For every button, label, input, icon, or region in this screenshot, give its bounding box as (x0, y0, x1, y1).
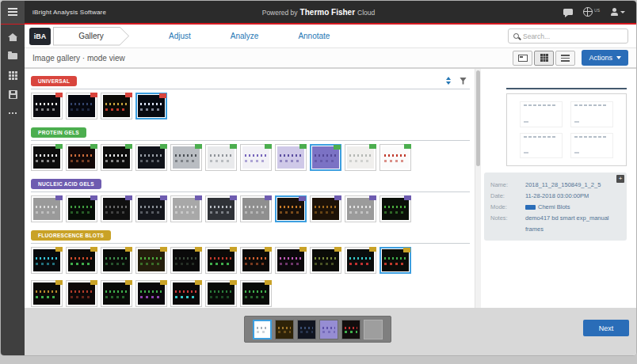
hamburger-menu-button[interactable] (1, 0, 25, 24)
filmstrip-thumbnail[interactable] (319, 320, 338, 339)
gel-band (36, 108, 58, 111)
gallery-thumbnail[interactable] (240, 280, 272, 307)
gel-band (175, 257, 197, 260)
tab-gallery[interactable]: Gallery (53, 27, 129, 46)
gallery-thumbnail[interactable] (275, 195, 307, 222)
preview-image (570, 133, 613, 159)
card-view-button[interactable] (513, 51, 532, 66)
gallery-thumbnail[interactable] (135, 280, 167, 307)
gallery-thumbnail[interactable] (380, 247, 411, 274)
user-menu[interactable] (610, 8, 625, 16)
gallery-thumbnail[interactable] (66, 247, 97, 274)
gallery-thumbnail[interactable] (310, 247, 341, 274)
grid-view-button[interactable] (534, 51, 554, 66)
expand-metadata-button[interactable]: + (616, 175, 624, 183)
gallery-thumbnail[interactable] (135, 93, 167, 119)
gallery-thumbnail[interactable] (275, 247, 307, 274)
gallery-thumbnail[interactable] (170, 280, 202, 307)
gallery-thumbnail[interactable] (31, 195, 63, 222)
gallery-thumbnail[interactable] (205, 280, 237, 307)
gallery-thumbnail[interactable] (101, 93, 132, 119)
gel-band (140, 296, 162, 298)
actions-button[interactable]: Actions (582, 50, 628, 66)
gel-band (322, 327, 335, 329)
tab-adjust[interactable]: Adjust (169, 32, 191, 40)
gallery-section-universal: UNIVERSAL (31, 74, 470, 119)
sort-icon[interactable] (446, 77, 451, 85)
gallery-thumbnail[interactable] (240, 144, 272, 171)
scrollbar-thumb[interactable] (476, 70, 480, 166)
filmstrip-thumbnail[interactable] (364, 320, 383, 339)
gallery-scrollbar[interactable] (475, 69, 481, 308)
gel-band (278, 327, 291, 329)
sidebar-item-save[interactable] (7, 89, 18, 99)
app-logo[interactable]: iBA (29, 28, 51, 45)
sidebar-item-more[interactable] (7, 108, 18, 118)
sidebar-item-home[interactable] (7, 32, 18, 42)
gallery-thumbnail[interactable] (66, 195, 97, 222)
gallery-thumbnail[interactable] (345, 195, 376, 222)
tab-annotate[interactable]: Annotate (298, 32, 330, 40)
filter-icon[interactable] (460, 78, 467, 85)
gel-band (349, 263, 372, 265)
gel-band (278, 331, 291, 333)
gallery-thumbnail[interactable] (240, 195, 272, 222)
language-selector[interactable]: US (583, 7, 600, 17)
gel-band (175, 160, 197, 162)
next-button[interactable]: Next (583, 320, 629, 336)
filmstrip-thumbnail[interactable] (275, 320, 294, 339)
gel-band (36, 103, 58, 105)
gallery-thumbnail[interactable] (310, 144, 341, 171)
gel-image (208, 282, 235, 305)
search-input[interactable] (523, 32, 623, 40)
gallery-thumbnail[interactable] (240, 247, 272, 274)
sidebar-item-folders[interactable] (7, 51, 18, 61)
list-view-button[interactable] (555, 51, 575, 66)
main-column: iBA Gallery Adjust Analyze Annotate Imag… (25, 25, 636, 355)
gallery-thumbnail[interactable] (66, 144, 97, 171)
filmstrip-thumbnail[interactable] (341, 320, 360, 339)
gallery-thumbnail[interactable] (66, 280, 97, 307)
gallery-thumbnail[interactable] (170, 195, 202, 222)
gallery-thumbnail[interactable] (310, 195, 341, 222)
tab-analyze[interactable]: Analyze (231, 32, 259, 40)
gel-band (140, 211, 162, 214)
gallery-thumbnail[interactable] (66, 93, 97, 119)
gallery-thumbnail[interactable] (135, 144, 167, 171)
gallery-thumbnail[interactable] (170, 144, 202, 171)
gallery-thumbnail[interactable] (101, 247, 132, 274)
gallery-thumbnail[interactable] (31, 93, 63, 119)
tab-bar: iBA Gallery Adjust Analyze Annotate (25, 25, 636, 48)
gallery-thumbnail[interactable] (205, 144, 237, 171)
gallery-thumbnail[interactable] (31, 280, 63, 307)
gel-image (347, 198, 374, 220)
gallery-thumbnail[interactable] (101, 280, 132, 307)
gel-image (173, 249, 200, 271)
gallery-thumbnail[interactable] (205, 247, 237, 274)
gallery-thumbnail[interactable] (380, 195, 411, 222)
gallery-thumbnail[interactable] (31, 247, 63, 274)
gel-band (140, 257, 162, 260)
gel-image (138, 198, 165, 220)
gallery-thumbnail[interactable] (380, 144, 411, 171)
gallery-thumbnail[interactable] (205, 195, 237, 222)
gallery-thumbnail[interactable] (135, 247, 167, 274)
gel-band (349, 154, 372, 157)
gel-image (68, 282, 95, 305)
gallery-thumbnail[interactable] (31, 144, 63, 171)
section-badge-universal: UNIVERSAL (31, 76, 77, 86)
sidebar-item-gallery[interactable] (7, 70, 18, 80)
gel-image (312, 198, 339, 220)
gallery-thumbnail[interactable] (135, 195, 167, 222)
gallery-thumbnail[interactable] (345, 144, 376, 171)
gallery-thumbnail[interactable] (101, 195, 132, 222)
gallery-thumbnail[interactable] (101, 144, 132, 171)
category-tag (55, 280, 63, 285)
gel-image (103, 95, 130, 117)
gallery-thumbnail[interactable] (170, 247, 202, 274)
gallery-thumbnail[interactable] (345, 247, 376, 274)
chat-icon[interactable] (563, 9, 573, 15)
filmstrip-thumbnail[interactable] (253, 320, 272, 339)
gallery-thumbnail[interactable] (275, 144, 307, 171)
filmstrip-thumbnail[interactable] (297, 320, 316, 339)
